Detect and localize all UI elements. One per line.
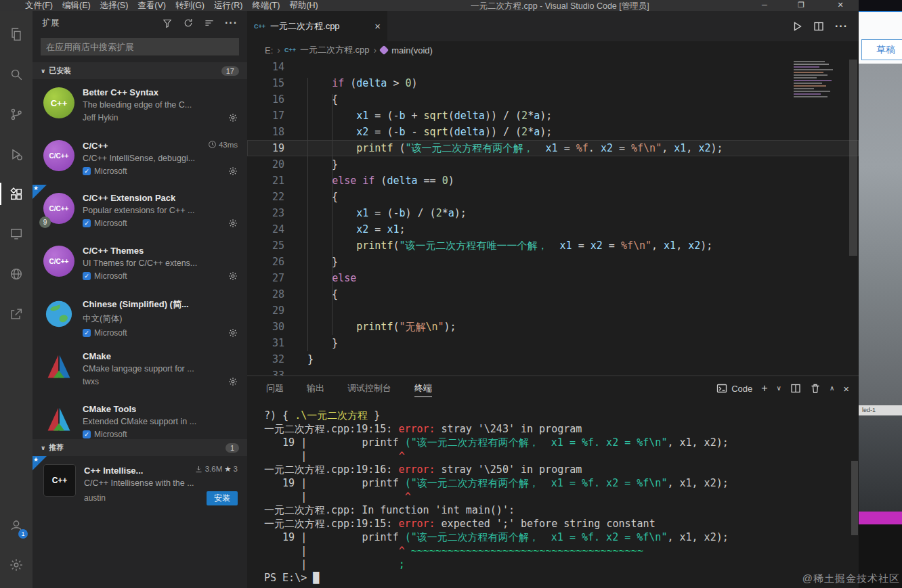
- run-and-debug-icon[interactable]: [0, 134, 33, 174]
- menu-help[interactable]: 帮助(H): [284, 1, 322, 11]
- extension-item-cpp-extension-pack[interactable]: 9 C/C++ C/C++ Extension Pack Popular ext…: [33, 185, 247, 238]
- extension-item-cpp-intellisense[interactable]: C++ C++ Intellise... 3.6M ★3 C/C++ Intel…: [33, 456, 247, 509]
- extension-item-cmake-tools[interactable]: CMake Tools Extended CMake support in ..…: [33, 396, 247, 439]
- share-icon[interactable]: [0, 294, 33, 334]
- breadcrumb-file[interactable]: 一元二次方程.cpp: [300, 44, 370, 56]
- section-installed[interactable]: ∨ 已安装 17: [33, 62, 247, 79]
- tab-terminal[interactable]: 终端: [414, 380, 432, 397]
- symbol-method-icon: [379, 45, 389, 55]
- extension-item-cpp-themes[interactable]: C/C++ C/C++ Themes UI Themes for C/C++ e…: [33, 238, 247, 290]
- sidebar-extensions: 扩展 ··· ∨ 已安装 17 C++ Better C++ Syntax Th…: [33, 11, 247, 588]
- code-lines: 1415 if (delta > 0)16 {17 x1 = (-b + sqr…: [247, 59, 859, 376]
- extension-item-cmake[interactable]: CMake CMake langage support for ... twxs: [33, 343, 247, 396]
- extension-description: C/C++ Intellisense with the ...: [84, 478, 238, 488]
- run-button[interactable]: [792, 21, 802, 32]
- terminal-line: 19 | printf ("该一元二次方程有两个解， x1 = %f. x2 =…: [264, 476, 849, 490]
- activation-time: 43ms: [204, 140, 238, 149]
- new-terminal-icon[interactable]: +: [761, 383, 767, 394]
- screen: 文件(F) 编辑(E) 选择(S) 查看(V) 转到(G) 运行(R) 终端(T…: [0, 0, 902, 588]
- sort-icon[interactable]: [204, 18, 215, 28]
- extension-name: Chinese (Simplified) (简...: [83, 298, 189, 311]
- account-icon[interactable]: 1: [0, 505, 33, 545]
- gear-icon[interactable]: [228, 219, 238, 228]
- terminal-line: 一元二次方程.cpp:19:15: error: expected ';' be…: [264, 517, 849, 530]
- extension-description: C/C++ IntelliSense, debuggi...: [83, 154, 238, 163]
- extension-description: Popular extensions for C++ ...: [83, 206, 238, 215]
- panel-close-icon[interactable]: ×: [843, 384, 849, 394]
- minimap[interactable]: [792, 60, 846, 103]
- extension-description: UI Themes for C/C++ extens...: [83, 258, 238, 268]
- editor-group: C++ 一元二次方程.cpp × ··· E: › C++ 一元二次方程.cpp…: [247, 11, 859, 376]
- extension-item-chinese-simplified[interactable]: Chinese (Simplified) (简... 中文(简体) ✓Micro…: [33, 290, 247, 343]
- gear-icon[interactable]: [228, 328, 238, 338]
- extension-author: twxs: [83, 377, 99, 386]
- extension-icon-text: C++: [52, 476, 68, 485]
- window-title: 一元二次方程.cpp - Visual Studio Code [管理员]: [471, 1, 649, 12]
- code-editor[interactable]: 1415 if (delta > 0)16 {17 x1 = (-b + sqr…: [247, 59, 859, 376]
- panel-header: 问题 输出 调试控制台 终端 Code + ∨ ∧ ×: [247, 376, 859, 401]
- gear-icon[interactable]: [228, 113, 238, 122]
- extensions-icon[interactable]: [0, 174, 33, 214]
- tab-active-file[interactable]: C++ 一元二次方程.cpp ×: [247, 11, 387, 41]
- remote-explorer-icon[interactable]: [0, 214, 33, 254]
- terminal-content[interactable]: ?) { .\一元二次方程 }一元二次方程.cpp:19:15: error: …: [264, 409, 849, 588]
- terminal-line: 一元二次方程.cpp:19:15: error: stray '\243' in…: [264, 422, 849, 436]
- extension-search-input[interactable]: [41, 42, 239, 52]
- breadcrumb-drive[interactable]: E:: [265, 45, 273, 55]
- editor-more-icon[interactable]: ···: [835, 20, 848, 32]
- gear-icon[interactable]: [228, 166, 238, 176]
- menu-run[interactable]: 运行(R): [209, 1, 247, 11]
- terminal-shell-item[interactable]: Code: [716, 383, 752, 394]
- extension-author: ✓Microsoft: [83, 166, 127, 176]
- settings-gear-icon[interactable]: [0, 545, 33, 585]
- terminal-scrollbar[interactable]: [851, 461, 858, 535]
- extension-item-better-cpp-syntax[interactable]: C++ Better C++ Syntax The bleeding edge …: [33, 79, 247, 132]
- menu-view[interactable]: 查看(V): [133, 1, 171, 11]
- close-icon[interactable]: ✕: [830, 0, 851, 10]
- install-button[interactable]: 安装: [207, 491, 238, 505]
- gear-icon[interactable]: [228, 271, 238, 281]
- search-icon[interactable]: [0, 54, 33, 94]
- panel-maximize-icon[interactable]: ∧: [830, 385, 834, 392]
- cmake-tools-icon: [43, 404, 74, 435]
- explorer-icon[interactable]: [0, 14, 33, 54]
- menu-terminal[interactable]: 终端(T): [247, 1, 284, 11]
- rating: 3: [234, 465, 238, 473]
- editor-scrollbar[interactable]: [849, 60, 857, 256]
- extension-search-box[interactable]: [41, 38, 239, 55]
- split-terminal-icon[interactable]: [790, 383, 801, 394]
- background-image-lower: [859, 415, 902, 512]
- split-editor-icon[interactable]: [813, 21, 824, 32]
- filter-icon[interactable]: [162, 18, 173, 28]
- menu-go[interactable]: 转到(G): [171, 1, 209, 11]
- source-control-icon[interactable]: [0, 94, 33, 134]
- extension-name: CMake: [83, 351, 111, 361]
- trash-icon[interactable]: [810, 383, 821, 394]
- background-image: [859, 64, 902, 405]
- breadcrumb-symbol[interactable]: main(void): [391, 45, 433, 55]
- tab-close-icon[interactable]: ×: [374, 21, 381, 31]
- draft-button[interactable]: 草稿: [861, 39, 902, 60]
- restore-icon[interactable]: ❐: [791, 0, 811, 10]
- tab-problems[interactable]: 问题: [266, 380, 284, 397]
- section-recommended[interactable]: ∨ 推荐 1: [33, 439, 247, 456]
- globe-icon[interactable]: [0, 254, 33, 294]
- chevron-down-icon[interactable]: ∨: [777, 385, 781, 392]
- tab-output[interactable]: 输出: [307, 380, 324, 397]
- verified-publisher-icon: ✓: [83, 272, 91, 280]
- menu-file[interactable]: 文件(F): [20, 1, 58, 11]
- more-icon[interactable]: ···: [225, 17, 238, 29]
- menu-bar: 文件(F) 编辑(E) 选择(S) 查看(V) 转到(G) 运行(R) 终端(T…: [20, 0, 323, 11]
- section-installed-label: 已安装: [49, 66, 71, 76]
- tab-label: 一元二次方程.cpp: [270, 20, 370, 32]
- tab-debug-console[interactable]: 调试控制台: [347, 380, 391, 397]
- extension-icon-text: C/C++: [49, 258, 69, 265]
- menu-selection[interactable]: 选择(S): [95, 1, 133, 11]
- menu-edit[interactable]: 编辑(E): [58, 1, 95, 11]
- extension-description: 中文(简体): [83, 313, 238, 325]
- extension-item-c-cpp[interactable]: C/C++ C/C++ 43ms C/C++ IntelliSense, deb…: [33, 132, 247, 185]
- minimize-icon[interactable]: ─: [754, 0, 775, 10]
- sidebar-title: 扩展: [42, 17, 60, 29]
- refresh-icon[interactable]: [183, 18, 194, 28]
- gear-icon[interactable]: [228, 377, 238, 386]
